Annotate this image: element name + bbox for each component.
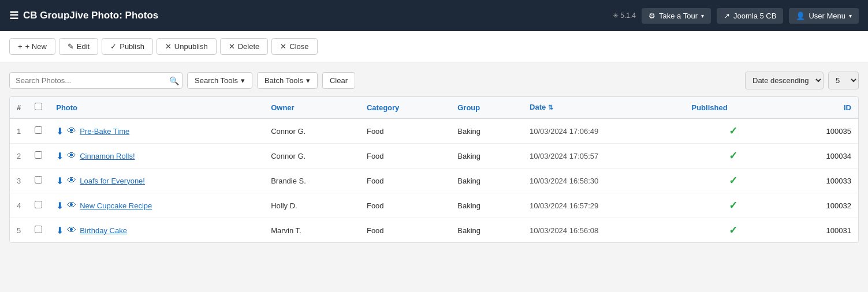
row-group: Baking [450,193,523,218]
select-all-checkbox[interactable] [35,103,42,110]
close-icon: ✕ [280,42,286,51]
col-checkbox [28,97,49,118]
row-checkbox[interactable] [35,201,42,208]
app-title: CB GroupJive Photo: Photos [23,10,158,21]
download-icon[interactable]: ⬇ [56,126,64,137]
row-photo-cell: ⬇ 👁 Loafs for Everyone! [49,169,264,193]
download-icon[interactable]: ⬇ [56,175,64,186]
table-row: 1 ⬇ 👁 Pre-Bake Time Connor G. Food Bakin… [10,118,858,144]
published-check-icon: ✓ [729,125,737,137]
version-badge: ✳ 5.1.4 [613,12,636,20]
chevron-down-icon: ▾ [241,76,245,85]
row-date: 10/03/2024 16:58:30 [523,169,684,193]
row-checkbox-cell [28,218,49,243]
photo-link[interactable]: Birthday Cake [80,226,127,235]
row-published: ✓ [684,218,782,243]
joomla-button[interactable]: ↗ Joomla 5 CB [717,8,783,24]
row-category: Food [360,169,450,193]
row-date: 10/03/2024 16:56:08 [523,218,684,243]
search-submit-button[interactable]: 🔍 [169,76,179,85]
unpublish-button[interactable]: ✕ Unpublish [157,38,217,55]
col-id: ID [782,97,858,118]
search-input-wrap: 🔍 [9,72,182,89]
row-group: Baking [450,118,523,144]
chevron-down-icon: ▾ [306,76,310,85]
row-num: 2 [10,144,28,169]
eye-icon[interactable]: 👁 [67,200,76,211]
row-checkbox-cell [28,169,49,193]
user-menu-button[interactable]: 👤 User Menu ▾ [789,8,859,24]
row-group: Baking [450,144,523,169]
row-owner: Connor G. [264,118,360,144]
row-checkbox[interactable] [35,226,42,233]
take-tour-button[interactable]: ⚙ Take a Tour ▾ [642,8,711,24]
download-icon[interactable]: ⬇ [56,225,64,236]
col-photo: Photo [49,97,264,118]
eye-icon[interactable]: 👁 [67,175,76,186]
row-owner: Holly D. [264,193,360,218]
row-owner: Brandie S. [264,169,360,193]
search-bar: 🔍 Search Tools ▾ Batch Tools ▾ Clear Dat… [9,72,859,89]
row-num: 5 [10,218,28,243]
search-bar-right: Date descending Date ascending Title A-Z… [745,72,859,89]
row-checkbox[interactable] [35,151,42,159]
row-photo-cell: ⬇ 👁 Birthday Cake [49,218,264,243]
photo-link[interactable]: Pre-Bake Time [80,127,129,136]
table-row: 2 ⬇ 👁 Cinnamon Rolls! Connor G. Food Bak… [10,144,858,169]
published-check-icon: ✓ [729,224,737,236]
row-num: 1 [10,118,28,144]
row-num: 3 [10,169,28,193]
row-category: Food [360,144,450,169]
delete-button[interactable]: ✕ Delete [220,38,269,55]
toolbar: + + New ✎ Edit ✓ Publish ✕ Unpublish ✕ D… [0,31,868,62]
published-check-icon: ✓ [729,150,737,162]
chevron-down-icon: ▾ [849,13,852,19]
download-icon[interactable]: ⬇ [56,200,64,211]
photo-link[interactable]: Loafs for Everyone! [80,177,145,185]
published-check-icon: ✓ [729,200,737,211]
search-input[interactable] [9,72,182,89]
clear-button[interactable]: Clear [322,72,355,89]
row-published: ✓ [684,169,782,193]
delete-icon: ✕ [229,42,235,51]
row-category: Food [360,218,450,243]
app-logo: ☰ CB GroupJive Photo: Photos [9,9,606,22]
edit-button[interactable]: ✎ Edit [59,38,98,55]
page-header: ☰ CB GroupJive Photo: Photos ✳ 5.1.4 ⚙ T… [0,0,868,31]
menu-icon[interactable]: ☰ [9,9,18,22]
eye-icon[interactable]: 👁 [67,225,76,235]
row-published: ✓ [684,144,782,169]
row-checkbox[interactable] [35,126,42,134]
published-check-icon: ✓ [729,175,737,186]
plus-icon: + [18,42,23,51]
download-icon[interactable]: ⬇ [56,151,64,162]
content-area: 🔍 Search Tools ▾ Batch Tools ▾ Clear Dat… [0,62,868,252]
row-checkbox[interactable] [35,176,42,184]
eye-icon[interactable]: 👁 [67,126,76,136]
photo-link[interactable]: New Cupcake Recipe [80,201,152,210]
row-id: 100035 [782,118,858,144]
col-group: Group [450,97,523,118]
per-page-select[interactable]: 5 10 20 50 [828,72,859,89]
photo-link[interactable]: Cinnamon Rolls! [80,152,135,160]
sort-select[interactable]: Date descending Date ascending Title A-Z… [745,72,824,89]
row-checkbox-cell [28,144,49,169]
row-date: 10/03/2024 17:06:49 [523,118,684,144]
eye-icon[interactable]: 👁 [67,151,76,161]
search-tools-button[interactable]: Search Tools ▾ [187,72,252,89]
row-num: 4 [10,193,28,218]
new-button[interactable]: + + New [9,38,55,55]
row-id: 100031 [782,218,858,243]
photos-table: # Photo Owner Category Group Date ⇅ Publ… [10,97,858,242]
table-row: 5 ⬇ 👁 Birthday Cake Marvin T. Food Bakin… [10,218,858,243]
edit-icon: ✎ [68,42,74,51]
tour-icon: ⚙ [649,12,655,20]
publish-button[interactable]: ✓ Publish [102,38,153,55]
row-photo-cell: ⬇ 👁 Pre-Bake Time [49,118,264,144]
row-group: Baking [450,218,523,243]
row-category: Food [360,118,450,144]
row-owner: Marvin T. [264,218,360,243]
close-button[interactable]: ✕ Close [271,38,317,55]
sort-icon: ⇅ [548,104,553,111]
batch-tools-button[interactable]: Batch Tools ▾ [257,72,318,89]
